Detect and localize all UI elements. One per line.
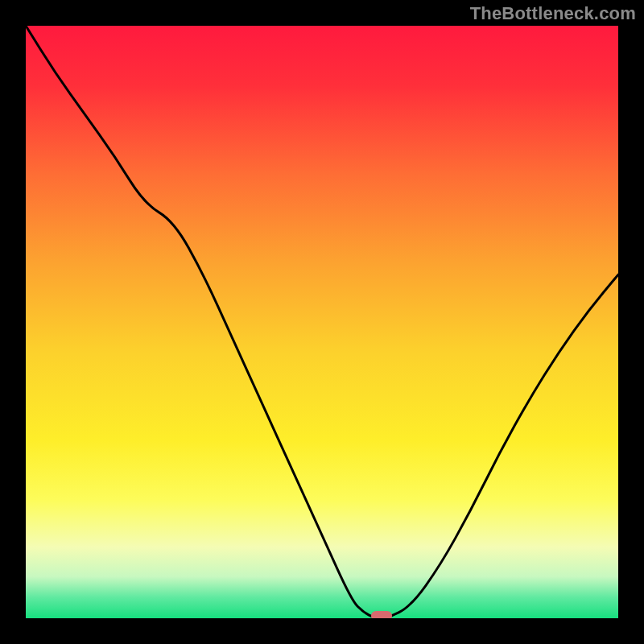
- svg-rect-0: [26, 26, 618, 618]
- background-gradient: [26, 26, 618, 618]
- plot-area: [26, 26, 618, 618]
- watermark-text: TheBottleneck.com: [470, 3, 636, 24]
- optimum-marker: [371, 611, 392, 618]
- chart-frame: TheBottleneck.com: [0, 0, 644, 644]
